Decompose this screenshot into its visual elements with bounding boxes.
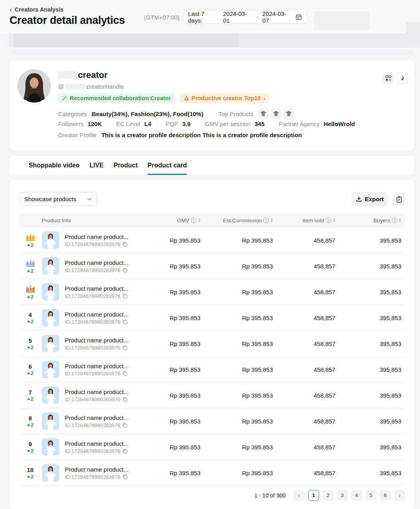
- info-icon[interactable]: ?: [392, 218, 397, 223]
- column-header-item-sold[interactable]: Item sold?: [276, 218, 339, 223]
- info-icon[interactable]: ?: [263, 218, 269, 223]
- table-row[interactable]: 5 2 Product name product... ID:172846789…: [19, 331, 405, 357]
- product-image[interactable]: [42, 412, 59, 430]
- qr-code-button[interactable]: [383, 72, 394, 84]
- pagination-page-button[interactable]: 2: [323, 490, 333, 501]
- handle-redaction: [65, 84, 86, 89]
- rank-number: 9: [29, 441, 32, 447]
- table-row[interactable]: 4 2 Product name product... ID:172846789…: [19, 305, 405, 331]
- product-name[interactable]: Product name product...: [65, 311, 128, 318]
- product-image[interactable]: [42, 438, 59, 456]
- table-row[interactable]: 7 2 Product name product... ID:172846789…: [19, 383, 405, 408]
- product-image[interactable]: [42, 335, 59, 352]
- tab-product[interactable]: Product: [114, 156, 138, 175]
- table-row[interactable]: 2 2 Product name product... ID:172846789…: [19, 253, 405, 279]
- rank-change-badge: 2: [27, 396, 33, 402]
- column-header-buyers[interactable]: Buyers?: [339, 218, 405, 223]
- info-icon[interactable]: ?: [326, 218, 331, 223]
- pagination-page-button[interactable]: 5: [366, 490, 376, 501]
- up-arrow-icon: [27, 372, 30, 374]
- item-sold-value: 458,857: [276, 470, 339, 476]
- product-name[interactable]: Product name product...: [65, 233, 128, 240]
- copy-icon[interactable]: [122, 293, 128, 299]
- copy-icon[interactable]: [122, 371, 128, 376]
- tab-product-card[interactable]: Product card: [148, 156, 187, 175]
- copy-icon[interactable]: [122, 397, 128, 402]
- categories-value: Beauty(34%), Fashion(23%), Food(10%): [92, 111, 204, 117]
- up-arrow-icon: [27, 244, 30, 246]
- product-image[interactable]: [42, 387, 59, 404]
- product-image[interactable]: [42, 231, 59, 249]
- page-title: Creator detail analytics: [10, 14, 125, 27]
- commission-value: Rp 395.853: [204, 340, 276, 347]
- copy-icon[interactable]: [122, 242, 128, 247]
- gmv-value: Rp 395.853: [150, 366, 204, 373]
- copy-table-button[interactable]: [393, 192, 405, 206]
- pagination-next-button[interactable]: ›: [394, 490, 405, 501]
- copy-icon[interactable]: [122, 268, 128, 273]
- copy-icon[interactable]: [122, 319, 128, 324]
- date-range-picker[interactable]: Last 7 days: 2024-03-01 – 2024-03-07: [183, 10, 307, 24]
- product-name[interactable]: Product name product...: [65, 363, 128, 369]
- product-id: ID:17284678980283976: [65, 293, 128, 299]
- product-name[interactable]: Product name product...: [65, 440, 128, 447]
- product-image[interactable]: [42, 309, 59, 326]
- product-image[interactable]: [42, 361, 59, 378]
- sort-icon[interactable]: [270, 218, 273, 222]
- table-row[interactable]: 1 2 Product name product... ID:172846789…: [19, 227, 405, 253]
- product-name[interactable]: Product name product...: [65, 337, 128, 344]
- column-header-gmv[interactable]: GMV?: [150, 218, 204, 223]
- copy-icon[interactable]: [122, 474, 128, 480]
- product-image[interactable]: [42, 283, 59, 301]
- product-name[interactable]: Product name product...: [65, 466, 128, 473]
- copy-icon[interactable]: [122, 449, 128, 454]
- product-name[interactable]: Product name product...: [65, 259, 128, 266]
- productive-creator-badge[interactable]: $ Productive creator Top10 ›: [180, 93, 269, 103]
- tab-shoppable-video[interactable]: Shoppable video: [29, 156, 80, 175]
- pagination-prev-button[interactable]: ‹: [294, 490, 305, 501]
- copy-icon[interactable]: [122, 423, 128, 428]
- sort-icon[interactable]: [333, 218, 335, 222]
- sort-icon[interactable]: [198, 218, 200, 222]
- product-id: ID:17284678980283976: [65, 345, 128, 351]
- product-name[interactable]: Product name product...: [65, 389, 128, 395]
- table-row[interactable]: 6 2 Product name product... ID:172846789…: [19, 357, 405, 383]
- commission-value: Rp 395.853: [204, 444, 276, 451]
- creator-profile-card: creator @ creatorHandle ♪ Recommended co…: [10, 60, 414, 150]
- table-row[interactable]: 8 2 Product name product... ID:172846789…: [19, 408, 405, 434]
- product-thumbnail[interactable]: [258, 109, 268, 119]
- table-row[interactable]: 10 2 Product name product... ID:17284678…: [19, 460, 405, 486]
- tiktok-profile-button[interactable]: ♪: [397, 72, 408, 84]
- export-button[interactable]: Export: [352, 192, 388, 206]
- product-scope-select[interactable]: Showcase products: [19, 192, 97, 206]
- product-image[interactable]: [42, 464, 59, 482]
- pagination-page-button[interactable]: 3: [337, 490, 348, 501]
- pagination-page-button[interactable]: 4: [351, 490, 362, 501]
- stat-value: 3.9: [182, 120, 191, 127]
- rank-cell: 1 2: [19, 233, 41, 248]
- product-image[interactable]: [42, 257, 59, 275]
- rank-cell: 2 2: [19, 258, 41, 274]
- gmv-value: Rp 395.853: [150, 289, 204, 295]
- rank-change-badge: 2: [27, 344, 33, 350]
- copy-icon[interactable]: [122, 345, 128, 350]
- breadcrumb-back[interactable]: ‹ Creators Analysis: [10, 6, 64, 13]
- table-row[interactable]: 3 2 Product name product... ID:172846789…: [19, 279, 405, 305]
- sort-icon[interactable]: [399, 218, 401, 222]
- pagination-page-button[interactable]: 1: [308, 490, 319, 501]
- product-thumbnail[interactable]: [271, 109, 281, 119]
- tab-live[interactable]: LIVE: [89, 156, 104, 175]
- buyers-value: 395,853: [339, 315, 405, 321]
- skeleton-block: [314, 11, 370, 30]
- info-icon[interactable]: ?: [191, 218, 196, 223]
- column-header-est-commission[interactable]: Est.Commission?: [204, 218, 276, 223]
- product-name[interactable]: Product name product...: [65, 285, 128, 292]
- commission-value: Rp 395.853: [204, 392, 276, 399]
- product-name[interactable]: Product name product...: [65, 414, 128, 421]
- item-sold-value: 458,857: [276, 418, 339, 425]
- rank-change-badge: 2: [27, 319, 33, 324]
- pagination-page-button[interactable]: 6: [380, 490, 391, 501]
- table-row[interactable]: 9 2 Product name product... ID:172846789…: [19, 434, 405, 460]
- creator-profile-description: This is a creator profile description Th…: [101, 132, 302, 138]
- product-thumbnail[interactable]: [284, 109, 294, 119]
